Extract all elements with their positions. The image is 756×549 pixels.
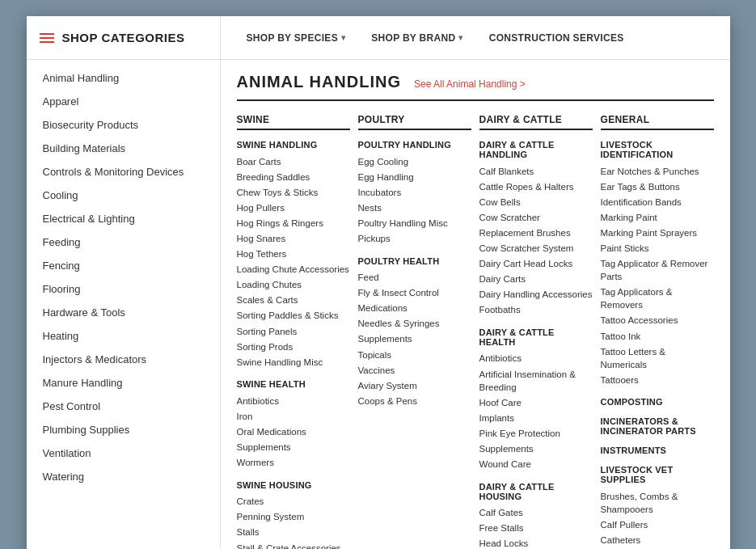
list-item[interactable]: Tattooers [601, 372, 714, 387]
sidebar-item-flooring[interactable]: Flooring [27, 277, 220, 301]
list-item[interactable]: Nests [358, 200, 471, 215]
list-item[interactable]: Oral Medications [237, 424, 350, 440]
general-heading: GENERAL [601, 114, 714, 130]
sidebar-item-building[interactable]: Building Materials [27, 137, 220, 160]
list-item[interactable]: Topicals [358, 347, 471, 362]
list-item[interactable]: Free Stalls [479, 521, 593, 536]
sidebar-item-feeding[interactable]: Feeding [27, 230, 220, 254]
list-item[interactable]: Artificial Insemination & Breeding [479, 366, 593, 395]
sidebar-item-hardware[interactable]: Hardware & Tools [27, 301, 220, 324]
sidebar-item-animal-handling[interactable]: Animal Handling [27, 66, 220, 90]
list-item[interactable]: Iron [237, 408, 350, 424]
sidebar-item-injectors[interactable]: Injectors & Medicators [27, 348, 220, 371]
list-item[interactable]: Poultry Handling Misc [358, 215, 471, 230]
sidebar-item-biosecurity[interactable]: Biosecurity Products [27, 113, 220, 137]
list-item[interactable]: Loading Chute Accessories [237, 262, 350, 277]
list-item[interactable]: Sorting Paddles & Sticks [237, 308, 350, 323]
list-item[interactable]: Cattle Ropes & Halters [479, 179, 593, 194]
list-item[interactable]: Paint Sticks [601, 240, 714, 255]
list-item[interactable]: Crates [237, 494, 350, 509]
sidebar-item-electrical[interactable]: Electrical & Lighting [27, 207, 220, 230]
sidebar-item-pest[interactable]: Pest Control [27, 395, 220, 418]
sidebar-item-apparel[interactable]: Apparel [27, 90, 220, 113]
list-item[interactable]: Tattoo Accessories [601, 313, 714, 328]
list-item[interactable]: Coops & Pens [358, 393, 471, 408]
list-item[interactable]: Tag Applicator & Remover Parts [601, 256, 714, 285]
list-item[interactable]: Scales & Carts [237, 293, 350, 308]
swine-heading: SWINE [237, 114, 350, 130]
list-item[interactable]: Marking Paint [601, 209, 714, 225]
list-item[interactable]: Medications [358, 301, 471, 316]
shop-by-brand-link[interactable]: SHOP BY BRAND ▾ [358, 18, 475, 58]
list-item[interactable]: Needles & Syringes [358, 316, 471, 332]
list-item[interactable]: Stall & Crate Accessories [237, 540, 350, 549]
list-item[interactable]: Egg Cooling [358, 154, 471, 169]
list-item[interactable]: Fly & Insect Control [358, 285, 471, 301]
list-item[interactable]: Supplements [479, 441, 593, 457]
list-item[interactable]: Cow Bells [479, 194, 593, 209]
list-item[interactable]: Hog Pullers [237, 200, 350, 215]
list-item[interactable]: Dairy Carts [479, 272, 593, 287]
sidebar-item-watering[interactable]: Watering [27, 465, 220, 488]
sidebar-item-plumbing[interactable]: Plumbing Supplies [27, 418, 220, 441]
list-item[interactable]: Marking Paint Sprayers [601, 225, 714, 240]
list-item[interactable]: Tag Applicators & Removers [601, 285, 714, 313]
list-item[interactable]: Loading Chutes [237, 277, 350, 293]
list-item[interactable]: Cow Scratcher [479, 209, 593, 225]
list-item[interactable]: Hog Rings & Ringers [237, 215, 350, 230]
list-item[interactable]: Vaccines [358, 362, 471, 378]
list-item[interactable]: Sorting Prods [237, 339, 350, 354]
list-item[interactable]: Ear Tags & Buttons [601, 179, 714, 194]
list-item[interactable]: Antibiotics [237, 393, 350, 408]
list-item[interactable]: Chew Toys & Sticks [237, 184, 350, 200]
swine-health-title: SWINE HEALTH [237, 379, 350, 389]
dairy-housing-title: DAIRY & CATTLE HOUSING [479, 482, 593, 501]
sidebar-item-fencing[interactable]: Fencing [27, 254, 220, 277]
shop-by-species-link[interactable]: SHOP BY SPECIES ▾ [234, 18, 359, 58]
list-item[interactable]: Replacement Brushes [479, 225, 593, 240]
list-item[interactable]: Egg Handling [358, 169, 471, 184]
list-item[interactable]: Ear Notches & Punches [601, 163, 714, 179]
list-item[interactable]: Wound Care [479, 457, 593, 472]
hamburger-icon[interactable] [40, 33, 54, 43]
sidebar-item-heating[interactable]: Heating [27, 324, 220, 348]
list-item[interactable]: Aviary System [358, 378, 471, 393]
list-item[interactable]: Boar Carts [237, 154, 350, 169]
list-item[interactable]: Head Locks [479, 536, 593, 549]
list-item[interactable]: Calf Blankets [479, 163, 593, 179]
list-item[interactable]: Hoof Care [479, 395, 593, 410]
construction-services-link[interactable]: CONSTRUCTION SERVICES [476, 18, 637, 58]
list-item[interactable]: Brushes, Combs & Shampooers [601, 488, 714, 517]
sidebar-item-manure[interactable]: Manure Handling [27, 371, 220, 395]
list-item[interactable]: Sorting Panels [237, 323, 350, 339]
list-item[interactable]: Pickups [358, 230, 471, 246]
list-item[interactable]: Wormers [237, 455, 350, 471]
list-item[interactable]: Catheters [601, 533, 714, 548]
list-item[interactable]: Penning System [237, 509, 350, 525]
list-item[interactable]: Tattoo Letters & Numericals [601, 344, 714, 372]
list-item[interactable]: Supplements [358, 332, 471, 347]
list-item[interactable]: Hog Snares [237, 230, 350, 246]
list-item[interactable]: Incubators [358, 184, 471, 200]
list-item[interactable]: Footbaths [479, 302, 593, 318]
list-item[interactable]: Antibiotics [479, 351, 593, 366]
list-item[interactable]: Cow Scratcher System [479, 240, 593, 255]
list-item[interactable]: Feed [358, 270, 471, 285]
list-item[interactable]: Swine Handling Misc [237, 354, 350, 370]
list-item[interactable]: Pink Eye Protection [479, 425, 593, 441]
list-item[interactable]: Stalls [237, 525, 350, 540]
list-item[interactable]: Identification Bands [601, 194, 714, 209]
list-item[interactable]: Hog Tethers [237, 247, 350, 262]
sidebar-item-controls[interactable]: Controls & Monitoring Devices [27, 160, 220, 184]
list-item[interactable]: Breeding Saddles [237, 169, 350, 184]
sidebar-item-cooling[interactable]: Cooling [27, 184, 220, 207]
list-item[interactable]: Dairy Handling Accessories [479, 287, 593, 302]
list-item[interactable]: Calf Pullers [601, 517, 714, 533]
list-item[interactable]: Tattoo Ink [601, 328, 714, 344]
see-all-link[interactable]: See All Animal Handling > [414, 78, 526, 90]
list-item[interactable]: Implants [479, 410, 593, 425]
list-item[interactable]: Dairy Cart Head Locks [479, 256, 593, 272]
list-item[interactable]: Calf Gates [479, 505, 593, 521]
sidebar-item-ventilation[interactable]: Ventilation [27, 441, 220, 465]
list-item[interactable]: Supplements [237, 440, 350, 455]
